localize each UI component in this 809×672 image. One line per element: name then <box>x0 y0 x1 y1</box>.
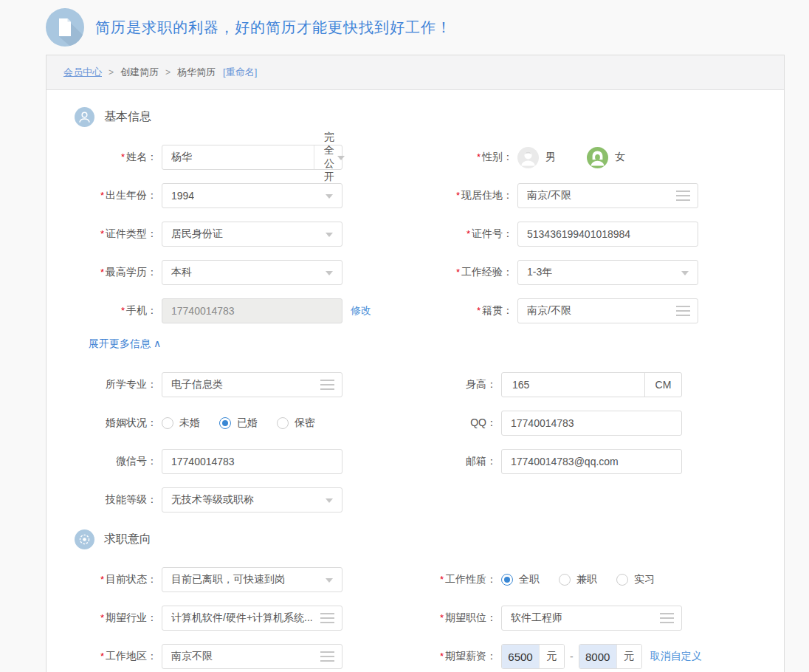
radio-icon <box>616 574 628 586</box>
required-marker: * <box>100 228 104 239</box>
breadcrumb-resume-name: 杨华简历 <box>177 66 216 79</box>
person-icon <box>75 107 94 127</box>
salary-label: *期望薪资： <box>416 650 501 663</box>
menu-icon <box>660 613 674 623</box>
menu-icon <box>676 191 690 201</box>
native-place-label: *籍贯： <box>416 304 517 318</box>
marital-options: 未婚 已婚 保密 <box>162 416 334 430</box>
form-row: 所学专业： 电子信息类 身高： CM <box>47 372 784 397</box>
expand-more-link[interactable]: 展开更多信息 ∧ <box>89 337 161 351</box>
id-number-input[interactable] <box>517 222 698 247</box>
breadcrumb: 会员中心 > 创建简历 > 杨华简历 [重命名] <box>47 55 784 90</box>
rename-link[interactable]: [重命名] <box>223 66 257 79</box>
skill-level-select[interactable]: 无技术等级或职称 <box>162 487 342 512</box>
job-intention-header: 求职意向 <box>75 529 784 549</box>
wechat-input[interactable] <box>162 449 342 474</box>
work-area-label: *工作地区： <box>47 650 162 663</box>
required-marker: * <box>100 574 104 585</box>
required-marker: * <box>121 151 125 162</box>
qq-input[interactable] <box>501 411 682 436</box>
birth-year-select[interactable]: 1994 <box>162 183 342 208</box>
position-picker[interactable]: 软件工程师 <box>501 606 682 631</box>
name-input[interactable] <box>162 145 314 169</box>
page-header: 简历是求职的利器，好的简历才能更快找到好工作！ <box>0 0 809 55</box>
radio-icon <box>162 417 173 429</box>
required-marker: * <box>440 651 444 662</box>
salary-range: 6500 元 - 8000 元 取消自定义 <box>501 644 702 669</box>
id-type-select[interactable]: 居民身份证 <box>162 222 342 247</box>
gender-label: *性别： <box>416 151 517 164</box>
target-icon <box>75 529 94 549</box>
marital-option-single[interactable]: 未婚 <box>162 416 200 430</box>
residence-value: 南京/不限 <box>527 189 571 202</box>
main-panel: 会员中心 > 创建简历 > 杨华简历 [重命名] 基本信息 <box>46 55 785 672</box>
chevron-down-icon <box>326 578 333 583</box>
birth-year-label: *出生年份： <box>47 189 162 202</box>
major-value: 电子信息类 <box>171 378 223 391</box>
form-row: *期望行业： 计算机软件/硬件+计算机系统... *期望职位： 软件工程师 <box>47 606 784 631</box>
salary-min-input[interactable]: 6500 <box>502 645 539 668</box>
salary-unit: 元 <box>616 645 641 668</box>
radio-icon <box>501 574 513 586</box>
marital-secret-label: 保密 <box>295 416 315 430</box>
required-marker: * <box>100 190 104 201</box>
name-privacy-select[interactable]: 完全公开 <box>314 145 354 169</box>
gender-option-male[interactable]: 男 <box>517 147 556 168</box>
marital-option-married-selected[interactable]: 已婚 <box>219 416 258 430</box>
required-marker: * <box>477 151 481 162</box>
resume-edit-page: 简历是求职的利器，好的简历才能更快找到好工作！ 会员中心 > 创建简历 > 杨华… <box>0 0 809 672</box>
job-type-option-fulltime-selected[interactable]: 全职 <box>501 573 540 586</box>
id-type-label: *证件类型： <box>47 227 162 241</box>
salary-max-input[interactable]: 8000 <box>579 645 616 668</box>
cancel-custom-salary-link[interactable]: 取消自定义 <box>650 650 702 663</box>
marital-label: 婚姻状况： <box>47 416 162 430</box>
job-type-intern-label: 实习 <box>634 573 655 586</box>
height-input[interactable] <box>502 373 644 397</box>
menu-icon <box>320 380 334 390</box>
page-title: 简历是求职的利器，好的简历才能更快找到好工作！ <box>95 18 452 38</box>
work-area-picker[interactable]: 南京不限 <box>162 644 342 669</box>
chevron-down-icon <box>326 233 333 237</box>
qq-label: QQ： <box>416 416 501 430</box>
education-value: 本科 <box>171 266 192 279</box>
current-status-select[interactable]: 目前已离职，可快速到岗 <box>162 567 342 592</box>
gender-female-label: 女 <box>615 151 625 164</box>
male-avatar-icon <box>517 147 539 168</box>
name-privacy-value: 完全公开 <box>324 131 334 184</box>
section-title: 基本信息 <box>104 109 151 125</box>
residence-picker[interactable]: 南京/不限 <box>517 183 698 208</box>
required-marker: * <box>440 574 444 585</box>
breadcrumb-member-center-link[interactable]: 会员中心 <box>63 66 102 79</box>
gender-option-female-selected[interactable]: 女 <box>587 147 625 168</box>
menu-icon <box>320 613 334 623</box>
marital-married-label: 已婚 <box>237 416 258 430</box>
chevron-down-icon <box>326 498 333 503</box>
document-icon <box>46 8 84 47</box>
radio-icon <box>219 417 231 429</box>
female-avatar-icon <box>587 147 608 168</box>
basic-info-body: *姓名： 完全公开 *性别： <box>47 145 784 512</box>
form-row: 婚姻状况： 未婚 已婚 保密 QQ： <box>47 411 784 436</box>
required-marker: * <box>121 305 125 316</box>
height-field: CM <box>501 372 682 397</box>
chevron-down-icon <box>326 194 333 199</box>
email-input[interactable] <box>501 449 682 474</box>
marital-option-secret[interactable]: 保密 <box>277 416 315 430</box>
job-type-option-parttime[interactable]: 兼职 <box>559 573 597 586</box>
experience-select[interactable]: 1-3年 <box>517 260 698 285</box>
native-place-picker[interactable]: 南京/不限 <box>517 298 698 323</box>
job-type-label: *工作性质： <box>416 573 501 586</box>
education-select[interactable]: 本科 <box>162 260 342 285</box>
required-marker: * <box>456 190 460 201</box>
form-row: *姓名： 完全公开 *性别： <box>47 145 784 170</box>
chevron-down-icon <box>337 156 345 160</box>
salary-unit: 元 <box>539 645 564 668</box>
required-marker: * <box>100 651 104 662</box>
industry-picker[interactable]: 计算机软件/硬件+计算机系统... <box>162 606 342 631</box>
job-type-option-intern[interactable]: 实习 <box>616 573 655 586</box>
experience-value: 1-3年 <box>527 266 552 279</box>
phone-edit-link[interactable]: 修改 <box>351 304 371 318</box>
major-picker[interactable]: 电子信息类 <box>162 372 342 397</box>
salary-range-dash: - <box>570 651 574 662</box>
required-marker: * <box>100 267 104 278</box>
